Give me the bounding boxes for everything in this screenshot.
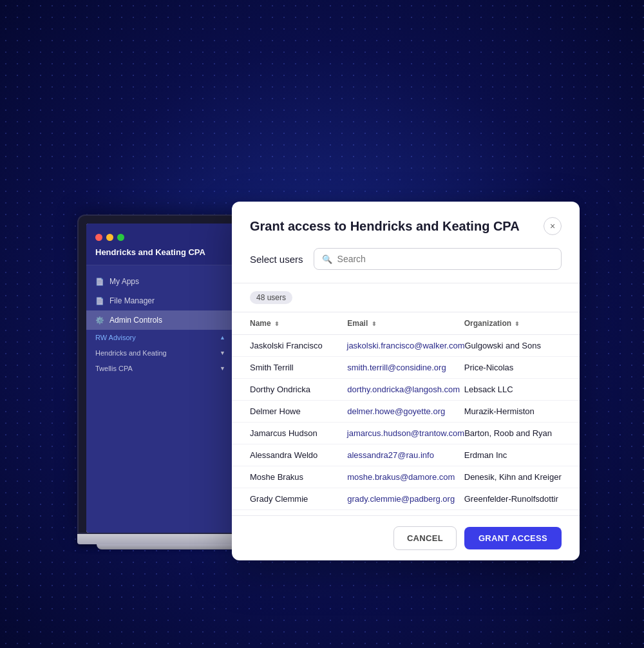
col-org-label: Organization <box>464 319 511 328</box>
table-body: Jaskolski Francisco jaskolski.francisco@… <box>232 335 580 515</box>
search-input[interactable] <box>337 254 553 264</box>
sidebar-sub-hendricks-label: Hendricks and Keating <box>95 349 167 357</box>
users-count-row: 48 users <box>232 283 580 312</box>
sidebar-item-myapps[interactable]: 📄 My Apps <box>86 272 234 291</box>
cell-name-2: Dorthy Ondricka <box>250 385 347 394</box>
sidebar-sub-rw-label: RW Advisory <box>95 334 136 341</box>
cell-org-4: Barton, Roob and Ryan <box>464 428 562 438</box>
col-header-email[interactable]: Email ⬍ <box>347 319 464 328</box>
col-header-name[interactable]: Name ⬍ <box>250 319 347 328</box>
cell-email-2: dorthy.ondricka@langosh.com <box>347 385 464 394</box>
chevron-twellis-icon: ▼ <box>220 365 225 372</box>
traffic-light-red[interactable] <box>95 234 102 241</box>
select-users-label: Select users <box>250 254 303 265</box>
myapps-icon: 📄 <box>95 278 104 286</box>
cell-name-4: Jamarcus Hudson <box>250 428 347 438</box>
table-row[interactable]: Dorthy Ondricka dorthy.ondricka@langosh.… <box>232 379 580 401</box>
cell-name-1: Smith Terrill <box>250 363 347 372</box>
search-icon: 🔍 <box>322 254 332 264</box>
sort-email-icon: ⬍ <box>372 321 377 327</box>
sidebar-label-myapps: My Apps <box>109 277 139 286</box>
cell-name-6: Moshe Brakus <box>250 472 347 482</box>
cell-org-7: Greenfelder-Runolfsdottir <box>464 494 562 504</box>
sidebar-sub-items: RW Advisory ▲ Hendricks and Keating ▼ Tw… <box>86 330 234 376</box>
table-row[interactable]: Smith Terrill smith.terrill@considine.or… <box>232 357 580 379</box>
sort-org-icon: ⬍ <box>515 321 520 327</box>
table-row[interactable]: Jaskolski Francisco jaskolski.francisco@… <box>232 335 580 357</box>
cell-email-1: smith.terrill@considine.org <box>347 363 464 372</box>
modal-body: 48 users Name ⬍ Email ⬍ Organization ⬍ J… <box>232 283 580 515</box>
table-row[interactable]: Delmer Howe delmer.howe@goyette.org Mura… <box>232 401 580 423</box>
cell-org-2: Lebsack LLC <box>464 385 562 394</box>
cell-org-1: Price-Nicolas <box>464 363 562 372</box>
table-row[interactable]: Grady Clemmie grady.clemmie@padberg.org … <box>232 488 580 510</box>
table-row[interactable]: Breanne Twellis breanne04@brakus.biz Jac… <box>232 510 580 515</box>
col-email-label: Email <box>347 319 368 328</box>
sidebar-item-admincontrols[interactable]: ⚙️ Admin Controls <box>86 310 234 330</box>
cell-email-5: alessandra27@rau.info <box>347 450 464 460</box>
app-sidebar: Hendricks and Keating CPA 📄 My Apps 📄 Fi… <box>86 224 234 533</box>
sidebar-sub-rw[interactable]: RW Advisory ▲ <box>95 330 234 345</box>
grant-access-button[interactable]: GRANT ACCESS <box>464 527 562 549</box>
cell-name-0: Jaskolski Francisco <box>250 341 347 350</box>
table-row[interactable]: Jamarcus Hudson jamarcus.hudson@trantow.… <box>232 423 580 444</box>
sidebar-sub-twellis[interactable]: Twellis CPA ▼ <box>95 361 234 376</box>
scene: Hendricks and Keating CPA 📄 My Apps 📄 Fi… <box>45 99 599 549</box>
cell-email-7: grady.clemmie@padberg.org <box>347 494 464 504</box>
cell-email-0: jaskolski.francisco@walker.com <box>347 341 465 350</box>
modal-close-button[interactable]: × <box>544 217 562 235</box>
cell-org-6: Denesik, Kihn and Kreiger <box>464 472 562 482</box>
admincontrols-icon: ⚙️ <box>95 316 104 325</box>
filemanager-icon: 📄 <box>95 297 104 305</box>
traffic-light-green[interactable] <box>117 234 124 241</box>
traffic-light-yellow[interactable] <box>106 234 113 241</box>
col-header-org[interactable]: Organization ⬍ <box>464 319 562 328</box>
cell-name-5: Alessandra Weldo <box>250 450 347 460</box>
col-name-label: Name <box>250 319 271 328</box>
sidebar-nav: 📄 My Apps 📄 File Manager ⚙️ Admin Contro… <box>86 265 234 533</box>
cancel-button[interactable]: CANCEL <box>393 526 457 550</box>
chevron-rw-icon: ▲ <box>220 334 225 341</box>
sidebar-sub-twellis-label: Twellis CPA <box>95 365 133 372</box>
modal-search-row: Select users 🔍 <box>232 248 580 283</box>
chevron-hendricks-icon: ▼ <box>220 350 225 356</box>
users-count-badge: 48 users <box>250 291 292 304</box>
cell-email-6: moshe.brakus@damore.com <box>347 472 464 482</box>
cell-email-3: delmer.howe@goyette.org <box>347 406 464 416</box>
sidebar-sub-hendricks[interactable]: Hendricks and Keating ▼ <box>95 345 234 361</box>
sidebar-header: Hendricks and Keating CPA <box>86 224 234 265</box>
search-input-wrap[interactable]: 🔍 <box>314 248 562 270</box>
modal-footer: CANCEL GRANT ACCESS <box>232 515 580 560</box>
sidebar-item-filemanager[interactable]: 📄 File Manager <box>86 291 234 310</box>
table-header: Name ⬍ Email ⬍ Organization ⬍ <box>232 312 580 335</box>
modal-title: Grant access to Hendricks and Keating CP… <box>250 219 520 234</box>
cell-org-0: Gulgowski and Sons <box>464 341 562 350</box>
sidebar-label-admincontrols: Admin Controls <box>109 316 162 325</box>
cell-org-3: Murazik-Hermiston <box>464 406 562 416</box>
cell-email-4: jamarcus.hudson@trantow.com <box>347 428 464 438</box>
table-row[interactable]: Alessandra Weldo alessandra27@rau.info E… <box>232 444 580 466</box>
cell-name-7: Grady Clemmie <box>250 494 347 504</box>
traffic-lights <box>95 234 225 241</box>
grant-access-modal: Grant access to Hendricks and Keating CP… <box>232 202 580 560</box>
table-row[interactable]: Moshe Brakus moshe.brakus@damore.com Den… <box>232 466 580 488</box>
modal-header: Grant access to Hendricks and Keating CP… <box>232 202 580 248</box>
sidebar-label-filemanager: File Manager <box>109 296 155 305</box>
cell-org-5: Erdman Inc <box>464 450 562 460</box>
cell-name-3: Delmer Howe <box>250 406 347 416</box>
sort-name-icon: ⬍ <box>274 321 279 327</box>
sidebar-title: Hendricks and Keating CPA <box>95 247 205 257</box>
